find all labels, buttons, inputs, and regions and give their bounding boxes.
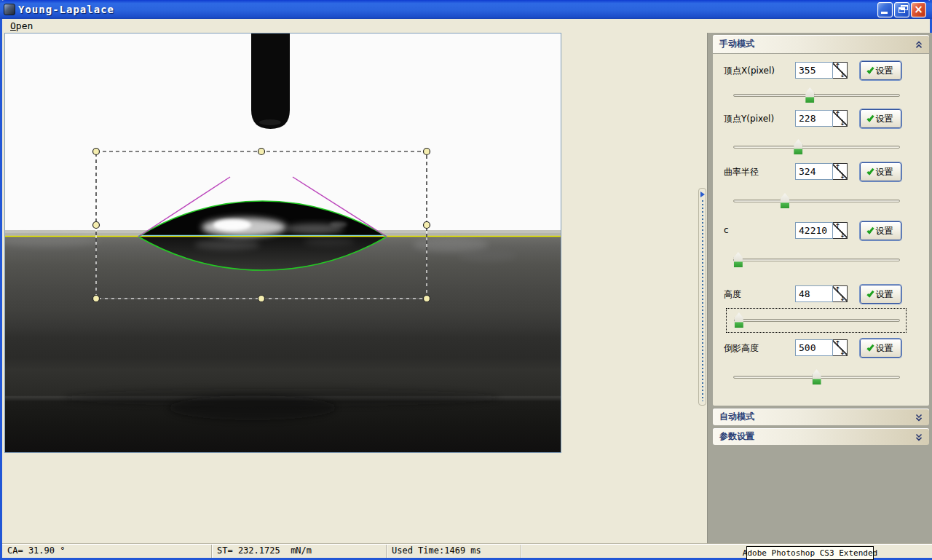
status-used-time: Used Time:1469 ms bbox=[387, 545, 521, 558]
c-input[interactable] bbox=[795, 222, 833, 239]
menu-bar: Open bbox=[2, 19, 930, 33]
selection-handle[interactable] bbox=[424, 222, 430, 229]
selection-handle[interactable] bbox=[258, 149, 265, 155]
height-input[interactable] bbox=[795, 285, 833, 302]
restore-icon bbox=[899, 7, 905, 13]
splitter-arrow-icon bbox=[700, 192, 705, 197]
selection-handle[interactable] bbox=[424, 149, 430, 155]
drop-image-viewer[interactable] bbox=[4, 33, 561, 453]
curvature-radius-input[interactable] bbox=[795, 163, 833, 180]
set-button[interactable]: 设置 bbox=[860, 221, 901, 240]
window-title: Young-Lapalace bbox=[18, 4, 114, 15]
set-button[interactable]: 设置 bbox=[860, 285, 901, 304]
selection-handle[interactable] bbox=[424, 296, 430, 302]
check-icon bbox=[866, 114, 874, 122]
slider-thumb[interactable] bbox=[813, 369, 821, 384]
selection-handle[interactable] bbox=[258, 296, 265, 302]
spin-up-icon: ↑ bbox=[834, 62, 840, 70]
set-button[interactable]: 设置 bbox=[860, 109, 901, 128]
reflection-height-input[interactable] bbox=[795, 339, 833, 356]
status-surface-tension: ST= 232.1725 mN/m bbox=[212, 545, 387, 558]
set-button[interactable]: 设置 bbox=[860, 162, 901, 181]
selection-handle[interactable] bbox=[93, 222, 100, 229]
manual-mode-body: 顶点X(pixel) ↑↓ 设置 顶点Y(pixel) ↑↓ 设置 bbox=[713, 54, 929, 406]
spin-down-icon: ↓ bbox=[840, 172, 845, 180]
external-tooltip: Adobe Photoshop CS3 Extended bbox=[746, 546, 874, 560]
slider-thumb[interactable] bbox=[735, 312, 743, 328]
control-panel-area: 手动模式 顶点X(pixel) ↑↓ 设置 bbox=[707, 33, 932, 546]
value-spinner[interactable]: ↑↓ bbox=[833, 62, 848, 79]
slider-track[interactable] bbox=[734, 319, 900, 322]
height-slider[interactable] bbox=[734, 312, 900, 328]
spin-down-icon: ↓ bbox=[840, 231, 845, 239]
set-button[interactable]: 设置 bbox=[860, 339, 901, 358]
chevron-down-icon bbox=[914, 432, 924, 442]
expand-button[interactable] bbox=[912, 430, 925, 443]
title-bar: Young-Lapalace × bbox=[0, 0, 932, 19]
slider-thumb[interactable] bbox=[734, 252, 743, 267]
panel-splitter[interactable] bbox=[698, 188, 706, 406]
c-slider[interactable] bbox=[733, 252, 900, 268]
minimize-icon bbox=[881, 12, 888, 14]
slider-thumb[interactable] bbox=[794, 139, 802, 154]
chevron-down-icon bbox=[914, 412, 924, 422]
apex-x-slider[interactable] bbox=[733, 87, 900, 103]
reflection-height-label: 倒影高度 bbox=[724, 342, 759, 355]
params-header[interactable]: 参数设置 bbox=[713, 428, 929, 445]
auto-mode-title: 自动模式 bbox=[713, 411, 754, 423]
manual-mode-title: 手动模式 bbox=[713, 38, 754, 50]
app-icon bbox=[4, 4, 15, 15]
selection-handle[interactable] bbox=[93, 149, 100, 155]
params-title: 参数设置 bbox=[713, 430, 754, 443]
apex-y-slider[interactable] bbox=[733, 139, 900, 155]
apex-x-input[interactable] bbox=[795, 62, 833, 79]
height-slider-focus bbox=[726, 308, 907, 333]
slider-track[interactable] bbox=[733, 146, 900, 149]
splitter-grip bbox=[702, 200, 703, 401]
slider-thumb[interactable] bbox=[805, 87, 814, 103]
spin-down-icon: ↓ bbox=[840, 294, 845, 302]
status-contact-angle: CA= 31.90 ° bbox=[2, 545, 212, 558]
close-button[interactable]: × bbox=[911, 2, 926, 17]
spin-down-icon: ↓ bbox=[840, 71, 845, 79]
apex-y-label: 顶点Y(pixel) bbox=[724, 113, 774, 125]
spin-up-icon: ↑ bbox=[834, 163, 840, 171]
application-window: Young-Lapalace × Open bbox=[0, 0, 932, 560]
spin-up-icon: ↑ bbox=[834, 285, 840, 293]
slider-thumb[interactable] bbox=[781, 193, 789, 208]
check-icon bbox=[866, 289, 874, 297]
curvature-radius-slider[interactable] bbox=[733, 193, 900, 209]
c-label: c bbox=[724, 225, 729, 235]
apex-y-input[interactable] bbox=[795, 110, 833, 127]
value-spinner[interactable]: ↑↓ bbox=[833, 285, 848, 302]
value-spinner[interactable]: ↑↓ bbox=[833, 163, 848, 180]
minimize-button[interactable] bbox=[877, 2, 893, 17]
menu-item-open[interactable]: Open bbox=[7, 20, 36, 32]
close-icon: × bbox=[914, 4, 923, 15]
manual-mode-header[interactable]: 手动模式 bbox=[713, 35, 929, 53]
slider-track[interactable] bbox=[733, 200, 900, 202]
spin-up-icon: ↑ bbox=[834, 222, 840, 230]
spin-up-icon: ↑ bbox=[834, 339, 840, 347]
apex-x-label: 顶点X(pixel) bbox=[724, 65, 775, 77]
curvature-radius-label: 曲率半径 bbox=[724, 166, 759, 178]
spin-up-icon: ↑ bbox=[834, 110, 840, 118]
collapse-button[interactable] bbox=[912, 38, 925, 50]
set-button[interactable]: 设置 bbox=[860, 61, 901, 80]
value-spinner[interactable]: ↑↓ bbox=[833, 110, 848, 127]
selection-handle[interactable] bbox=[93, 296, 100, 302]
needle-image bbox=[251, 33, 290, 129]
spin-down-icon: ↓ bbox=[840, 119, 845, 127]
restore-button[interactable] bbox=[894, 2, 909, 17]
check-icon bbox=[866, 226, 874, 234]
reflection-height-slider[interactable] bbox=[733, 369, 900, 385]
value-spinner[interactable]: ↑↓ bbox=[833, 339, 848, 356]
spin-down-icon: ↓ bbox=[840, 348, 845, 356]
slider-track[interactable] bbox=[733, 94, 900, 97]
slider-track[interactable] bbox=[733, 259, 900, 261]
auto-mode-header[interactable]: 自动模式 bbox=[713, 409, 929, 425]
value-spinner[interactable]: ↑↓ bbox=[833, 222, 848, 239]
expand-button[interactable] bbox=[912, 411, 925, 423]
drop-image-canvas[interactable] bbox=[5, 33, 561, 452]
check-icon bbox=[866, 343, 874, 351]
